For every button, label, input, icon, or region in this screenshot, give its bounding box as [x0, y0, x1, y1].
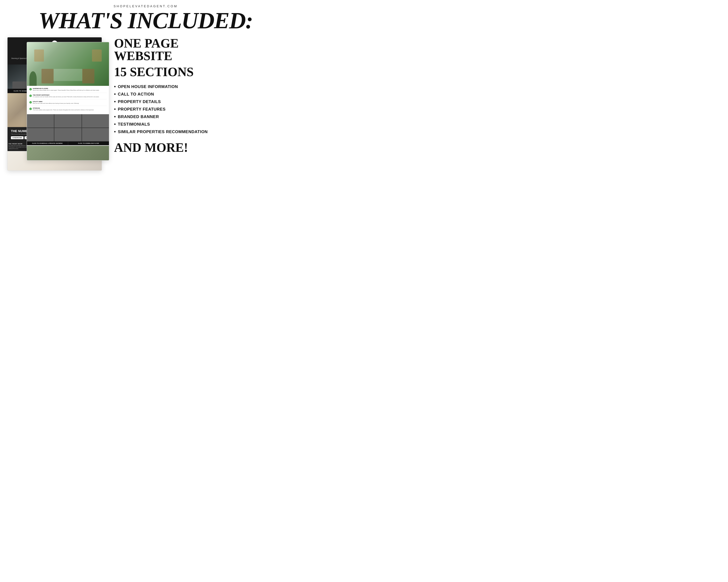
bullet-item-testimonials-label: TESTIMONIALS — [118, 122, 150, 127]
bullet-item-property-details: PROPERTY DETAILS — [114, 98, 284, 106]
feature-line1: ONE PAGE — [114, 36, 179, 50]
bullet-item-open-house-label: OPEN HOUSE INFORMATION — [118, 84, 178, 89]
photo-grid — [27, 114, 109, 141]
bullet-item-cta: CALL TO ACTION — [114, 90, 284, 98]
feature-text-floors: HARDWOOD FLOORS Never worry about hidden… — [33, 88, 99, 91]
feature-item-sink: ✓ UTILITY SINK! Now you can soak and rin… — [29, 101, 106, 106]
grid-photo-4 — [27, 128, 54, 141]
dining-table-shape — [53, 69, 82, 81]
bullet-item-cta-label: CALL TO ACTION — [118, 92, 154, 97]
bullet-item-banner: BRANDED BANNER — [114, 113, 284, 120]
grid-photo-5 — [54, 128, 81, 141]
bottom-glimpse-photo — [27, 146, 109, 160]
feature-title-sink: UTILITY SINK! — [33, 101, 79, 102]
and-more-label: AND MORE! — [114, 140, 284, 155]
sections-count: 15 SECTIONS — [114, 65, 284, 79]
bullet-item-similar-label: SIMILAR PROPERTIES RECOMMENDATION — [118, 130, 208, 134]
feature-heading-1: ONE PAGE WEBSITE — [114, 37, 284, 62]
feature-text-storage: STORAGE This home utilizes every square … — [33, 107, 94, 111]
badge-bedrooms: 15 BEDROOMS — [11, 136, 24, 139]
feature-item-entryway: ✓ THE FRONT ENTRYWAY It is spacious and … — [29, 94, 106, 100]
card-cta-row: CLICK TO SCHEDULE A PRIVATE SHOWING CLIC… — [27, 141, 109, 145]
feature-line2: WEBSITE — [114, 49, 172, 63]
feature-title-floors: HARDWOOD FLOORS — [33, 88, 99, 89]
bullet-list: OPEN HOUSE INFORMATION CALL TO ACTION PR… — [114, 83, 284, 136]
check-icon-entryway: ✓ — [29, 94, 32, 97]
bullet-item-similar: SIMILAR PROPERTIES RECOMMENDATION — [114, 128, 284, 136]
card-download-button[interactable]: CLICK TO DOWNLOAD FLYER — [68, 141, 109, 145]
feature-desc-sink: Now you can soak and rinse without ever … — [33, 103, 79, 104]
feature-item-floors: ✓ HARDWOOD FLOORS Never worry about hidd… — [29, 88, 106, 93]
grid-photo-3 — [82, 114, 109, 128]
feature-text-entryway: THE FRONT ENTRYWAY It is spacious and ca… — [33, 94, 99, 98]
page-title: WHAT'S INCLUDED: — [0, 9, 291, 35]
bullet-item-banner-label: BRANDED BANNER — [118, 114, 159, 119]
interior-main-photo — [27, 42, 109, 86]
overlap-preview-card: ✓ HARDWOOD FLOORS Never worry about hidd… — [27, 42, 109, 161]
info-column: ONE PAGE WEBSITE 15 SECTIONS OPEN HOUSE … — [109, 37, 284, 172]
bullet-item-testimonials: TESTIMONIALS — [114, 120, 284, 128]
features-list: ✓ HARDWOOD FLOORS Never worry about hidd… — [27, 86, 109, 114]
bullet-item-features: PROPERTY FEATURES — [114, 106, 284, 113]
feature-desc-floors: Never worry about hidden dirt in carpet … — [33, 89, 99, 91]
bullet-item-property-details-label: PROPERTY DETAILS — [118, 100, 161, 104]
card-schedule-button[interactable]: CLICK TO SCHEDULE A PRIVATE SHOWING — [27, 141, 68, 145]
feature-desc-storage: This home utilizes every square inch. Th… — [33, 109, 94, 111]
grid-photo-6 — [82, 128, 109, 141]
grid-photo-2 — [54, 114, 81, 128]
check-icon-floors: ✓ — [29, 88, 32, 90]
bullet-item-open-house: OPEN HOUSE INFORMATION — [114, 83, 284, 90]
feature-title-entryway: THE FRONT ENTRYWAY — [33, 94, 99, 96]
feature-item-storage: ✓ STORAGE This home utilizes every squar… — [29, 107, 106, 112]
check-icon-storage: ✓ — [29, 108, 32, 110]
feature-text-sink: UTILITY SINK! Now you can soak and rinse… — [33, 101, 79, 104]
bullet-item-features-label: PROPERTY FEATURES — [118, 107, 166, 112]
grid-photo-1 — [27, 114, 54, 128]
feature-title-storage: STORAGE — [33, 107, 94, 109]
check-icon-sink: ✓ — [29, 101, 32, 104]
mockup-column: LOGO 1234 MAIN STREET, YOUR CITY, ST OPE… — [7, 37, 102, 172]
feature-desc-entryway: It is spacious and can handle all the co… — [33, 96, 99, 98]
